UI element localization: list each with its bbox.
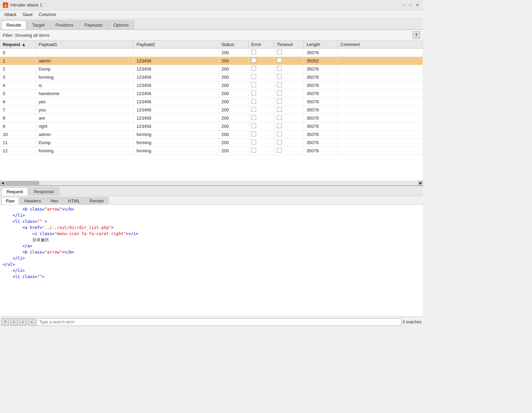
table-row[interactable]: 3forming12345620035076 bbox=[0, 73, 423, 81]
cell-timeout-checkbox[interactable] bbox=[277, 132, 282, 136]
cell-payload2: 123456 bbox=[134, 73, 219, 81]
cell-timeout-checkbox[interactable] bbox=[277, 82, 282, 87]
cell-timeout-checkbox[interactable] bbox=[277, 115, 282, 120]
cell-length: 35076 bbox=[304, 122, 338, 131]
search-input[interactable] bbox=[37, 318, 401, 326]
horizontal-scrollbar[interactable]: ◀ ▶ bbox=[0, 181, 423, 185]
cell-error-checkbox[interactable] bbox=[251, 115, 256, 120]
cell-request-id: 5 bbox=[0, 90, 36, 98]
cell-error-checkbox[interactable] bbox=[251, 66, 256, 71]
cell-error-checkbox[interactable] bbox=[251, 58, 256, 63]
cell-payload2: 123456 bbox=[134, 114, 219, 122]
col-header-payload2[interactable]: Payload2 bbox=[134, 41, 219, 49]
close-button[interactable]: ✕ bbox=[415, 2, 420, 8]
cell-error-checkbox[interactable] bbox=[251, 91, 256, 95]
table-row[interactable]: 1admin12345620035052 bbox=[0, 57, 423, 65]
code-line: <b class="arrow"></b> bbox=[3, 206, 420, 212]
cell-timeout-checkbox[interactable] bbox=[277, 123, 282, 128]
cell-payload1: right bbox=[36, 122, 134, 131]
col-header-status[interactable]: Status bbox=[219, 41, 248, 49]
search-bar: ? < + > 0 matches bbox=[0, 316, 423, 327]
table-row[interactable]: 8are12345620035076 bbox=[0, 114, 423, 122]
col-header-comment[interactable]: Comment bbox=[338, 41, 423, 49]
subtab-hex[interactable]: Hex bbox=[46, 197, 63, 204]
code-line: </li> bbox=[3, 267, 420, 274]
cell-error-checkbox[interactable] bbox=[251, 123, 256, 128]
cell-length: 35076 bbox=[304, 139, 338, 147]
cell-error-checkbox[interactable] bbox=[251, 50, 256, 55]
col-header-length[interactable]: Length bbox=[304, 41, 338, 49]
subtab-render[interactable]: Render bbox=[85, 197, 109, 204]
cell-timeout-checkbox[interactable] bbox=[277, 50, 282, 55]
tab-positions[interactable]: Positions bbox=[50, 20, 79, 29]
table-row[interactable]: 5handsome12345620035076 bbox=[0, 90, 423, 98]
cell-error-checkbox[interactable] bbox=[251, 107, 256, 112]
maximize-button[interactable]: □ bbox=[408, 2, 413, 8]
col-header-timeout[interactable]: Timeout bbox=[274, 41, 304, 49]
cell-request-id: 11 bbox=[0, 139, 36, 147]
table-row[interactable]: 4is12345620035076 bbox=[0, 81, 423, 90]
h-scrollbar-thumb[interactable] bbox=[5, 181, 39, 185]
subtab-raw[interactable]: Raw bbox=[1, 197, 19, 204]
table-row[interactable]: 6yes12345620035076 bbox=[0, 98, 423, 106]
cell-length: 35076 bbox=[304, 147, 338, 155]
cell-payload1: Dump bbox=[36, 65, 134, 73]
tab-response[interactable]: Response bbox=[29, 187, 59, 196]
table-row[interactable]: 020035076 bbox=[0, 49, 423, 57]
tab-results[interactable]: Results bbox=[1, 20, 26, 29]
help-button[interactable]: ? bbox=[413, 31, 420, 39]
cell-payload2: forming bbox=[134, 131, 219, 139]
cell-timeout-checkbox[interactable] bbox=[277, 148, 282, 153]
save-menu[interactable]: Save bbox=[20, 11, 35, 18]
tab-payloads[interactable]: Payloads bbox=[79, 20, 107, 29]
minimize-button[interactable]: ─ bbox=[401, 2, 407, 8]
cell-timeout-checkbox[interactable] bbox=[277, 74, 282, 79]
cell-error-checkbox[interactable] bbox=[251, 74, 256, 79]
table-row[interactable]: 7you12345620035076 bbox=[0, 106, 423, 114]
cell-timeout-checkbox[interactable] bbox=[277, 107, 282, 112]
table-row[interactable]: 12formingforming20035076 bbox=[0, 147, 423, 155]
search-options-btn[interactable]: > bbox=[28, 318, 35, 326]
search-prev-btn[interactable]: < bbox=[10, 318, 18, 326]
tab-request[interactable]: Request bbox=[1, 187, 28, 196]
cell-timeout-checkbox[interactable] bbox=[277, 140, 282, 144]
cell-timeout-checkbox[interactable] bbox=[277, 99, 282, 104]
cell-timeout-checkbox[interactable] bbox=[277, 91, 282, 95]
cell-error-checkbox[interactable] bbox=[251, 99, 256, 104]
tab-target[interactable]: Target bbox=[27, 20, 49, 29]
code-line: <li class=""> bbox=[3, 274, 420, 280]
subtab-headers[interactable]: Headers bbox=[20, 197, 45, 204]
subtab-html[interactable]: HTML bbox=[63, 197, 84, 204]
cell-error-checkbox[interactable] bbox=[251, 140, 256, 144]
table-row[interactable]: 2Dump12345620035076 bbox=[0, 65, 423, 73]
tab-options[interactable]: Options bbox=[108, 20, 134, 29]
col-header-request[interactable]: Request ▲ bbox=[0, 41, 36, 49]
scroll-left-btn[interactable]: ◀ bbox=[0, 181, 5, 185]
cell-timeout-checkbox[interactable] bbox=[277, 66, 282, 71]
attack-menu[interactable]: Attack bbox=[1, 11, 19, 18]
col-header-payload1[interactable]: Payload1 bbox=[36, 41, 134, 49]
table-row[interactable]: 9right12345620035076 bbox=[0, 122, 423, 131]
col-header-error[interactable]: Error bbox=[248, 41, 274, 49]
table-row[interactable]: 11Dumpforming20035076 bbox=[0, 139, 423, 147]
cell-error-checkbox[interactable] bbox=[251, 132, 256, 136]
cell-request-id: 8 bbox=[0, 114, 36, 122]
columns-menu[interactable]: Columns bbox=[36, 11, 59, 18]
cell-length: 35076 bbox=[304, 49, 338, 57]
scroll-right-btn[interactable]: ▶ bbox=[418, 181, 423, 185]
cell-timeout-checkbox[interactable] bbox=[277, 58, 282, 63]
cell-request-id: 7 bbox=[0, 106, 36, 114]
code-line: <li class="" > bbox=[3, 218, 420, 225]
cell-payload2: forming bbox=[134, 147, 219, 155]
code-line: <a href="../../vul/dir/dir_list.php"> bbox=[3, 225, 420, 231]
cell-comment bbox=[338, 73, 423, 81]
filter-text: Filter: Showing all items bbox=[3, 33, 49, 38]
code-line: </a> bbox=[3, 243, 420, 249]
search-next-btn[interactable]: + bbox=[19, 318, 27, 326]
cell-error-checkbox[interactable] bbox=[251, 82, 256, 87]
table-row[interactable]: 10adminforming20035076 bbox=[0, 131, 423, 139]
table-container[interactable]: Request ▲ Payload1 Payload2 Status Error… bbox=[0, 41, 423, 181]
cell-error-checkbox[interactable] bbox=[251, 148, 256, 153]
search-help-btn[interactable]: ? bbox=[1, 318, 9, 326]
cell-payload1: forming bbox=[36, 73, 134, 81]
